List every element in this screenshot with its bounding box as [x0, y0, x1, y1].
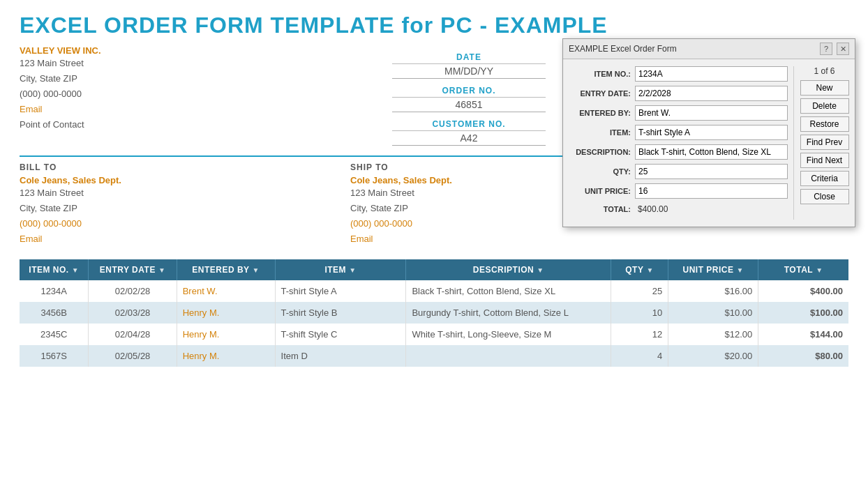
company-info: VALLEY VIEW INC. 123 Main Street City, S…: [20, 45, 257, 146]
modal-field-input[interactable]: [635, 105, 788, 121]
table-header: ITEM NO.▼ENTRY DATE▼ENTERED BY▼ITEM▼DESC…: [20, 259, 848, 280]
table-header-entered-by[interactable]: ENTERED BY▼: [177, 259, 275, 280]
modal-field-input[interactable]: [635, 183, 788, 199]
company-email: Email: [20, 102, 257, 117]
cell-qty: 12: [611, 324, 668, 345]
modal-new-button[interactable]: New: [800, 80, 849, 96]
cell-entry-date: 02/02/28: [89, 280, 177, 302]
table-header-total[interactable]: TOTAL▼: [758, 259, 848, 280]
page-container: EXCEL ORDER FORM TEMPLATE for PC - EXAMP…: [0, 0, 868, 367]
cell-description: Black T-shirt, Cotton Blend, Size XL: [406, 280, 611, 302]
cell-description: White T-shirt, Long-Sleeve, Size M: [406, 324, 611, 345]
cell-entered-by: Brent W.: [177, 280, 275, 302]
date-label: DATE: [456, 52, 481, 62]
cell-description: [406, 345, 611, 367]
cell-item: T-shirt Style A: [275, 280, 406, 302]
modal-field-input[interactable]: [635, 144, 788, 160]
modal-close-button[interactable]: Close: [800, 189, 849, 204]
order-no-divider: [392, 97, 546, 98]
modal-field-label: ITEM:: [569, 128, 635, 137]
table-header-description[interactable]: DESCRIPTION▼: [406, 259, 611, 280]
sort-icon: ▼: [816, 266, 823, 274]
date-divider: [392, 63, 546, 64]
modal-field-label: ENTERED BY:: [569, 109, 635, 117]
modal-field-label: ENTRY DATE:: [569, 89, 635, 98]
cell-entered-by: Henry M.: [177, 345, 275, 367]
cell-entry-date: 02/05/28: [89, 345, 177, 367]
cell-total: $100.00: [758, 302, 848, 324]
bill-to-address1: 123 Main Street: [20, 185, 350, 201]
modal-field-input[interactable]: [635, 86, 788, 101]
cell-unit-price: $16.00: [668, 280, 758, 302]
modal-field-label: DESCRIPTION:: [569, 148, 635, 156]
modal-restore-button[interactable]: Restore: [800, 116, 849, 132]
record-count: 1 of 6: [814, 66, 835, 76]
sort-icon: ▼: [737, 266, 744, 274]
cell-qty: 10: [611, 302, 668, 324]
bill-to-phone: (000) 000-0000: [20, 216, 350, 231]
modal-criteria-button[interactable]: Criteria: [800, 171, 849, 186]
bill-to-email: Email: [20, 231, 350, 247]
cell-item: T-shift Style C: [275, 324, 406, 345]
cell-total: $144.00: [758, 324, 848, 345]
modal-total-label: TOTAL:: [569, 205, 635, 213]
cell-entry-date: 02/03/28: [89, 302, 177, 324]
cell-entry-date: 02/04/28: [89, 324, 177, 345]
cell-entered-by: Henry M.: [177, 302, 275, 324]
sort-icon: ▼: [646, 266, 653, 274]
table-header-item[interactable]: ITEM▼: [275, 259, 406, 280]
modal-total-row: TOTAL:$400.00: [569, 203, 788, 215]
table-header-unit-price[interactable]: UNIT PRICE▼: [668, 259, 758, 280]
cell-total: $80.00: [758, 345, 848, 367]
sort-icon: ▼: [158, 266, 165, 274]
customer-no-value: A42: [392, 132, 546, 146]
cell-item-no: 2345C: [20, 324, 89, 345]
cell-qty: 25: [611, 280, 668, 302]
bill-to-section: BILL TO Cole Jeans, Sales Dept. 123 Main…: [20, 162, 350, 247]
cell-total: $400.00: [758, 280, 848, 302]
modal-help-button[interactable]: ?: [820, 43, 832, 55]
cell-unit-price: $10.00: [668, 302, 758, 324]
sort-icon: ▼: [349, 266, 356, 274]
modal-field-label: ITEM NO.:: [569, 70, 635, 78]
data-table-wrapper: ITEM NO.▼ENTRY DATE▼ENTERED BY▼ITEM▼DESC…: [20, 259, 848, 367]
customer-no-divider: [392, 130, 546, 131]
table-header-entry-date[interactable]: ENTRY DATE▼: [89, 259, 177, 280]
sort-icon: ▼: [253, 266, 260, 274]
company-phone: (000) 000-0000: [20, 86, 257, 102]
modal-find-next-button[interactable]: Find Next: [800, 153, 849, 168]
modal-title: EXAMPLE Excel Order Form: [569, 44, 677, 54]
table-row: 1567S02/05/28Henry M.Item D4$20.00$80.00: [20, 345, 848, 367]
table-header-item-no[interactable]: ITEM NO.▼: [20, 259, 89, 280]
data-table: ITEM NO.▼ENTRY DATE▼ENTERED BY▼ITEM▼DESC…: [20, 259, 848, 367]
modal-field-row: DESCRIPTION:: [569, 144, 788, 160]
cell-item-no: 1567S: [20, 345, 89, 367]
modal-dialog: EXAMPLE Excel Order Form ? ✕ ITEM NO.:EN…: [562, 38, 855, 227]
date-value: MM/DD/YY: [392, 66, 546, 79]
cell-item-no: 1234A: [20, 280, 89, 302]
table-row: 3456B02/03/28Henry M.T-shirt Style BBurg…: [20, 302, 848, 324]
modal-sidebar: 1 of 6 NewDeleteRestoreFind PrevFind Nex…: [793, 66, 849, 220]
company-address1: 123 Main Street: [20, 56, 257, 71]
table-header-qty[interactable]: QTY▼: [611, 259, 668, 280]
modal-field-row: ITEM NO.:: [569, 66, 788, 82]
modal-field-input[interactable]: [635, 164, 788, 179]
modal-field-input[interactable]: [635, 125, 788, 140]
bill-to-name: Cole Jeans, Sales Dept.: [20, 175, 350, 185]
modal-field-row: ENTRY DATE:: [569, 86, 788, 101]
modal-close-button[interactable]: ✕: [837, 43, 849, 55]
table-row: 1234A02/02/28Brent W.T-shirt Style ABlac…: [20, 280, 848, 302]
modal-delete-button[interactable]: Delete: [800, 98, 849, 114]
modal-find-prev-button[interactable]: Find Prev: [800, 135, 849, 150]
order-no-value: 46851: [392, 99, 546, 112]
cell-unit-price: $12.00: [668, 324, 758, 345]
modal-total-value: $400.00: [635, 203, 671, 215]
modal-field-input[interactable]: [635, 66, 788, 82]
modal-field-label: UNIT PRICE:: [569, 187, 635, 195]
cell-item: T-shirt Style B: [275, 302, 406, 324]
page-title: EXCEL ORDER FORM TEMPLATE for PC - EXAMP…: [20, 13, 848, 38]
sort-icon: ▼: [537, 266, 544, 274]
modal-field-row: QTY:: [569, 164, 788, 179]
ship-to-email: Email: [350, 231, 681, 247]
cell-item-no: 3456B: [20, 302, 89, 324]
